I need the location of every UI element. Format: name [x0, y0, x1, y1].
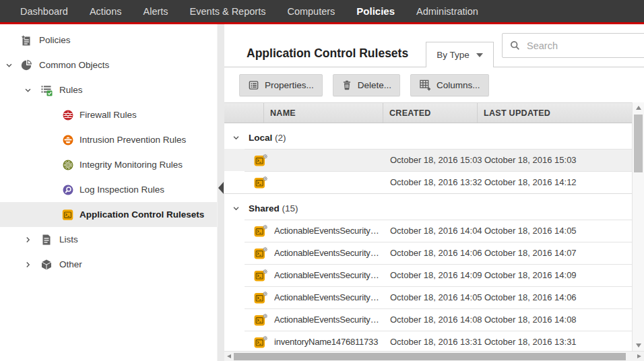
table-header-row: NAMECREATEDLAST UPDATED [224, 102, 632, 123]
chevron-down-icon[interactable] [232, 205, 240, 212]
collapse-sidebar-handle[interactable] [218, 182, 224, 194]
horizontal-scrollbar[interactable] [224, 351, 644, 361]
group-label: Shared (15) [249, 203, 298, 214]
group-label: Local (2) [249, 133, 286, 143]
sidebar-item-lists[interactable]: Lists [0, 227, 217, 252]
search-box[interactable] [502, 33, 644, 58]
application-control-gear-icon [254, 269, 268, 282]
chevron-down-icon[interactable] [232, 134, 240, 141]
button-label: Delete... [358, 80, 391, 90]
nav-item-alerts[interactable]: Alerts [133, 6, 179, 17]
sidebar-item-label: Common Objects [0, 60, 109, 70]
last-updated-date: October 18, 2016 14:06 [478, 292, 632, 302]
ruleset-name: ActionableEventsSecurityEvent... [274, 315, 384, 325]
column-header-icon[interactable] [224, 103, 263, 123]
button-label: Properties... [265, 80, 314, 90]
sidebar-item-rules[interactable]: Rules [0, 77, 217, 102]
ruleset-name: ActionableEventsSecurityEvent... [274, 270, 384, 280]
nav-item-dashboard[interactable]: Dashboard [9, 6, 79, 17]
sidebar-item-label: Policies [0, 35, 71, 45]
nav-item-administration[interactable]: Administration [406, 6, 489, 17]
sidebar-splitter[interactable] [217, 24, 224, 361]
toolbar: Properties...Delete...Columns... [224, 67, 644, 102]
properties-icon [248, 79, 259, 91]
table-body: Local (2) October 18, 2016 15:03October … [224, 123, 632, 351]
rules-icon [40, 84, 53, 96]
chevron-down-icon[interactable] [24, 86, 32, 94]
sidebar-tree: PoliciesCommon ObjectsRulesFirewall Rule… [0, 24, 217, 361]
application-control-gear-icon [254, 176, 268, 189]
chevron-right-icon[interactable] [24, 261, 32, 268]
horizontal-scroll-thumb[interactable] [234, 353, 626, 360]
created-date: October 18, 2016 14:08 [384, 315, 478, 325]
nav-item-events-reports[interactable]: Events & Reports [179, 6, 277, 17]
nav-item-computers[interactable]: Computers [276, 6, 346, 17]
table-row[interactable]: ActionableEventsSecurityEvent...October … [224, 264, 632, 286]
trash-icon [342, 79, 352, 91]
application-control-gear-icon [254, 224, 268, 237]
main-panel: Application Control Rulesets By Type Pro… [224, 24, 644, 361]
sidebar-item-firewall-rules[interactable]: Firewall Rules [0, 102, 217, 127]
sidebar-item-policies[interactable]: Policies [0, 28, 217, 53]
page-title: Application Control Rulesets [247, 46, 408, 61]
created-date: October 18, 2016 13:32 [384, 177, 478, 187]
vertical-scroll-thumb[interactable] [634, 114, 643, 172]
created-date: October 18, 2016 15:03 [384, 155, 478, 165]
table-row[interactable]: October 18, 2016 13:32October 18, 2016 1… [224, 171, 632, 193]
table-row[interactable]: ActionableEventsSecurityEvent...October … [224, 308, 632, 331]
application-control-gear-icon [254, 335, 268, 348]
table-row[interactable]: ActionableEventsSecurityEvent...October … [224, 242, 632, 264]
search-input[interactable] [527, 40, 644, 51]
scroll-up-arrow-icon[interactable] [636, 106, 641, 110]
column-header-name[interactable]: NAME [263, 103, 383, 123]
nav-item-policies[interactable]: Policies [346, 5, 406, 17]
application-control-gear-icon [254, 247, 268, 259]
sidebar-item-log-inspection-rules[interactable]: Log Inspection Rules [0, 177, 217, 202]
sidebar-item-label: Application Control Rulesets [0, 209, 204, 220]
lists-icon [40, 234, 53, 246]
table-row[interactable]: ActionableEventsSecurityEvent...October … [224, 286, 632, 308]
application-control-gear-icon [254, 154, 268, 166]
application-control-gear-icon [254, 291, 268, 304]
columns-icon [419, 79, 431, 91]
group-shared: Shared (15) ActionableEventsSecurityEven… [224, 197, 632, 351]
scroll-left-arrow-icon[interactable] [227, 354, 231, 358]
application-control-icon [62, 209, 73, 220]
integrity-monitoring-icon [62, 159, 74, 171]
ruleset-name: ActionableEventsSecurityEvent... [274, 248, 384, 258]
sidebar-item-label: Integrity Monitoring Rules [0, 160, 183, 170]
table-row[interactable]: ActionableEventsSecurityEvent...October … [224, 220, 632, 242]
scroll-down-arrow-icon[interactable] [636, 343, 641, 348]
last-updated-date: October 18, 2016 14:07 [478, 248, 632, 258]
chevron-right-icon[interactable] [24, 236, 32, 243]
chevron-down-icon[interactable] [5, 61, 13, 69]
nav-item-actions[interactable]: Actions [79, 6, 133, 17]
sidebar-item-common-objects[interactable]: Common Objects [0, 53, 217, 77]
sidebar-item-intrusion-prevention-rules[interactable]: Intrusion Prevention Rules [0, 127, 217, 152]
last-updated-date: October 18, 2016 13:31 [478, 337, 632, 347]
column-header-last-updated[interactable]: LAST UPDATED [477, 103, 632, 123]
table-row[interactable]: inventoryName1476811733October 18, 2016 … [224, 331, 632, 351]
top-navigation: DashboardActionsAlertsEvents & ReportsCo… [0, 0, 644, 22]
columns-button[interactable]: Columns... [410, 74, 489, 96]
view-mode-dropdown[interactable]: By Type [426, 42, 494, 67]
group-header-local[interactable]: Local (2) [224, 127, 632, 149]
last-updated-date: October 18, 2016 14:09 [478, 270, 632, 280]
created-date: October 18, 2016 13:31 [384, 337, 478, 347]
sidebar-item-integrity-monitoring-rules[interactable]: Integrity Monitoring Rules [0, 152, 217, 177]
delete-button[interactable]: Delete... [333, 74, 400, 96]
table-row[interactable]: October 18, 2016 15:03October 18, 2016 1… [224, 149, 632, 171]
sidebar-item-other[interactable]: Other [0, 252, 217, 277]
sidebar-item-label: Log Inspection Rules [0, 185, 164, 195]
column-header-created[interactable]: CREATED [383, 103, 477, 123]
properties-button[interactable]: Properties... [239, 74, 323, 96]
sidebar-item-application-control-rulesets[interactable]: Application Control Rulesets [0, 202, 217, 227]
vertical-scrollbar[interactable] [632, 102, 644, 351]
created-date: October 18, 2016 14:09 [384, 270, 478, 280]
button-label: Columns... [437, 80, 480, 90]
group-header-shared[interactable]: Shared (15) [224, 197, 632, 220]
firewall-rules-icon [62, 109, 74, 121]
rulesets-table: NAMECREATEDLAST UPDATED Local (2) Octobe… [224, 102, 644, 361]
scroll-right-arrow-icon[interactable] [637, 354, 641, 358]
content-area: PoliciesCommon ObjectsRulesFirewall Rule… [0, 24, 644, 361]
